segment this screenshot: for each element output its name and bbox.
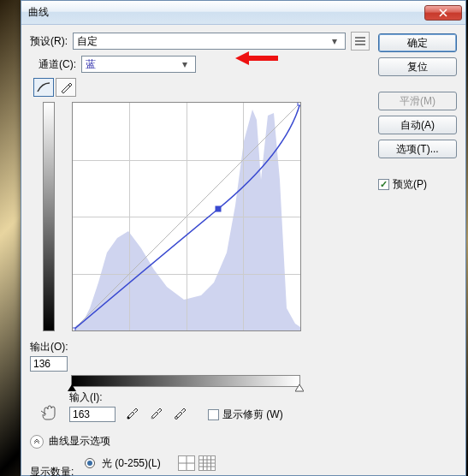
input-input[interactable] <box>69 407 116 422</box>
chevron-down-icon: ▾ <box>328 34 341 48</box>
preset-menu-button[interactable] <box>351 32 370 51</box>
black-point-marker[interactable] <box>68 384 76 393</box>
chevron-down-icon: ▾ <box>178 57 192 71</box>
preset-label: 预设(R): <box>30 34 68 49</box>
eyedropper-icon <box>149 406 163 419</box>
curve-tools <box>33 78 76 97</box>
black-eyedropper[interactable] <box>122 403 141 422</box>
window-title: 曲线 <box>25 5 424 20</box>
svg-rect-2 <box>73 328 75 330</box>
ok-button[interactable]: 确定 <box>378 33 457 52</box>
smooth-button: 平滑(M) <box>378 92 457 110</box>
white-eyedropper[interactable] <box>170 403 189 422</box>
output-input[interactable] <box>30 356 68 372</box>
channel-value: 蓝 <box>86 57 96 72</box>
close-button[interactable] <box>424 5 462 21</box>
curve-line <box>73 103 300 330</box>
curves-dialog: 曲线 预设(R): 自定 ▾ 通道(C): 蓝 <box>21 0 466 476</box>
red-arrow-annotation <box>235 51 278 66</box>
eyedropper-icon <box>125 406 139 419</box>
pencil-tool-button[interactable] <box>56 78 76 97</box>
display-options-label: 曲线显示选项 <box>49 434 110 449</box>
eyedropper-icon <box>173 406 187 419</box>
white-point-marker[interactable] <box>295 384 304 393</box>
light-radio[interactable] <box>85 458 95 468</box>
collapse-button[interactable] <box>30 435 44 449</box>
show-clip-checkbox[interactable] <box>208 409 219 420</box>
svg-rect-4 <box>216 206 221 211</box>
curve-icon <box>37 81 50 93</box>
hand-tool-button[interactable] <box>37 403 62 422</box>
light-label: 光 (0-255)(L) <box>102 456 161 471</box>
gray-eyedropper[interactable] <box>146 403 165 422</box>
preview-label: 预览(P) <box>393 177 427 192</box>
menu-icon <box>354 36 366 46</box>
preset-select[interactable]: 自定 ▾ <box>73 33 346 50</box>
grid-icon <box>179 456 194 470</box>
input-gradient <box>71 375 300 387</box>
grid-fine-button[interactable] <box>198 455 216 471</box>
grid-icon <box>199 456 215 470</box>
point-tool-button[interactable] <box>33 78 54 97</box>
pencil-icon <box>60 81 72 93</box>
titlebar[interactable]: 曲线 <box>21 1 465 25</box>
channel-label: 通道(C): <box>39 57 76 72</box>
amount-label: 显示数量: <box>30 465 85 476</box>
curve-graph[interactable] <box>72 102 301 331</box>
preview-checkbox[interactable] <box>378 179 389 190</box>
options-button[interactable]: 选项(T)... <box>378 140 457 158</box>
output-gradient <box>43 102 55 331</box>
auto-button[interactable]: 自动(A) <box>378 116 457 134</box>
svg-line-1 <box>73 103 300 330</box>
svg-point-5 <box>127 417 130 419</box>
grid-coarse-button[interactable] <box>178 455 195 471</box>
input-label: 输入(I): <box>69 390 116 405</box>
preset-value: 自定 <box>77 34 98 49</box>
output-label: 输出(O): <box>30 340 68 354</box>
eyedroppers <box>122 403 189 422</box>
chevron-up-icon <box>33 438 40 445</box>
svg-point-7 <box>175 417 178 419</box>
hand-icon <box>39 404 60 421</box>
svg-point-6 <box>151 417 154 419</box>
svg-rect-3 <box>298 103 300 105</box>
channel-select[interactable]: 蓝 ▾ <box>81 56 196 73</box>
reset-button[interactable]: 复位 <box>378 57 457 76</box>
show-clip-label: 显示修剪 (W) <box>222 408 283 422</box>
